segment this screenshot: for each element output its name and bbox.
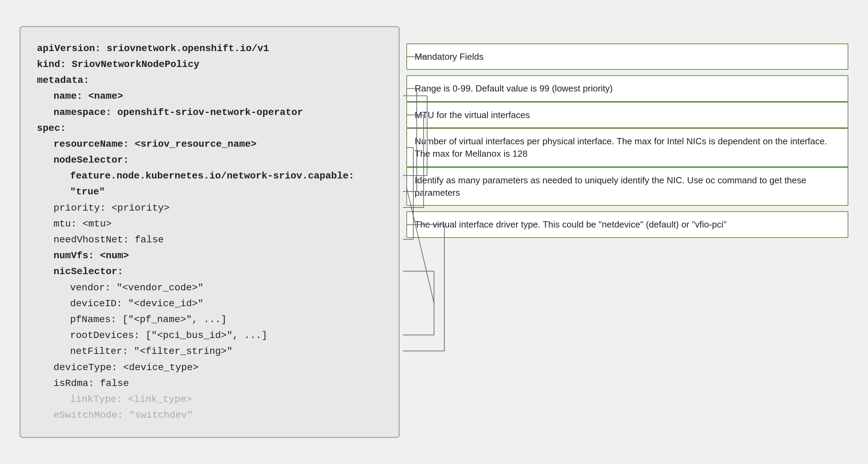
- code-line-19: netFilter: "<filter_string>": [37, 344, 382, 359]
- code-line-20: deviceType: <device_type>: [37, 360, 382, 376]
- annotation-mtu: MTU for the virtual interfaces: [406, 102, 848, 128]
- annotation-priority: Range is 0-99. Default value is 99 (lowe…: [406, 75, 848, 102]
- code-line-21: isRdma: false: [37, 376, 382, 392]
- code-line-4: name: <name>: [37, 88, 382, 104]
- code-line-6: spec:: [37, 120, 382, 136]
- code-line-23: eSwitchMode: "switchdev": [37, 407, 382, 423]
- code-block: apiVersion: sriovnetwork.openshift.io/v1…: [20, 26, 399, 438]
- code-line-17: pfNames: ["<pf_name>", ...]: [37, 312, 382, 328]
- annotation-numvfs: Number of virtual interfaces per physica…: [406, 128, 848, 167]
- code-line-11: mtu: <mtu>: [37, 216, 382, 232]
- annotation-mandatory-fields: Mandatory Fields: [406, 44, 848, 70]
- code-line-9: feature.node.kubernetes.io/network-sriov…: [37, 168, 382, 200]
- code-line-14: nicSelector:: [37, 264, 382, 280]
- code-line-5: namespace: openshift-sriov-network-opera…: [37, 105, 382, 120]
- annotation-nicselector: Identify as many parameters as needed to…: [406, 167, 848, 206]
- code-line-15: vendor: "<vendor_code>": [37, 280, 382, 296]
- code-line-7: resourceName: <sriov_resource_name>: [37, 136, 382, 152]
- code-line-16: deviceID: "<device_id>": [37, 296, 382, 312]
- code-line-22: linkType: <link_type>: [37, 392, 382, 407]
- code-line-8: nodeSelector:: [37, 152, 382, 168]
- code-line-10: priority: <priority>: [37, 200, 382, 216]
- code-line-2: kind: SriovNetworkNodePolicy: [37, 57, 382, 72]
- code-line-3: metadata:: [37, 72, 382, 88]
- code-line-18: rootDevices: ["<pci_bus_id>", ...]: [37, 328, 382, 344]
- code-line-1: apiVersion: sriovnetwork.openshift.io/v1: [37, 41, 382, 57]
- code-line-12: needVhostNet: false: [37, 232, 382, 248]
- annotation-devicetype: The virtual interface driver type. This …: [406, 211, 848, 238]
- code-line-13: numVfs: <num>: [37, 248, 382, 264]
